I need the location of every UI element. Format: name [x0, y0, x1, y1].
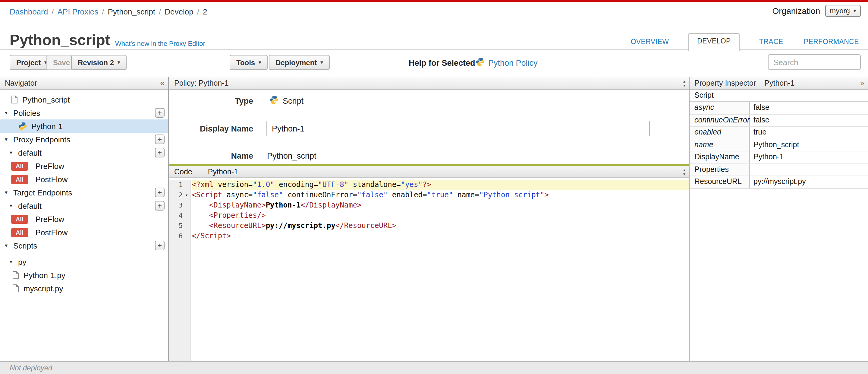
page-title: Python_script: [10, 31, 110, 49]
organization-dropdown[interactable]: myorg ▾: [825, 5, 861, 17]
code-tab[interactable]: Code: [174, 167, 192, 176]
chevron-down-icon: ▾: [320, 60, 323, 65]
tools-menu-button[interactable]: Tools ▾: [230, 55, 268, 70]
chevron-down-icon[interactable]: ▾: [5, 110, 13, 116]
search-input[interactable]: [768, 54, 861, 70]
property-name: Properties: [689, 164, 750, 176]
flow-condition-badge: All: [11, 175, 28, 184]
tab-overview[interactable]: OVERVIEW: [629, 34, 670, 51]
add-button[interactable]: +: [155, 188, 164, 197]
project-menu-label: Project: [16, 58, 41, 67]
tree-item-proxy-endpoints[interactable]: ▾Proxy Endpoints+: [0, 133, 168, 146]
whats-new-link[interactable]: What's new in the Proxy Editor: [115, 40, 205, 47]
tab-performance[interactable]: PERFORMANCE: [803, 34, 860, 51]
code-line-6[interactable]: </Script>: [192, 231, 689, 241]
tree-item-label: default: [18, 201, 41, 210]
tree-item-preflow[interactable]: AllPreFlow: [0, 159, 168, 173]
code-lines: <?xml version="1.0" encoding="UTF-8" sta…: [192, 180, 689, 241]
tree-item-label: default: [18, 148, 41, 157]
property-name: DisplayName: [689, 151, 750, 163]
navigator-header: Navigator «: [0, 77, 168, 90]
add-button[interactable]: +: [155, 108, 164, 118]
code-line-3[interactable]: <DisplayName>Python-1</DisplayName>: [192, 200, 689, 210]
inspector-row-name: namePython_script: [689, 139, 868, 151]
breadcrumb-item-dashboard[interactable]: Dashboard: [10, 7, 48, 16]
chevron-down-icon[interactable]: ▾: [5, 136, 13, 142]
chevron-down-icon: ▾: [854, 8, 856, 13]
code-line-4[interactable]: <Properties/>: [192, 210, 689, 221]
deployment-menu-label: Deployment: [276, 58, 317, 67]
policy-type-value: Script: [270, 95, 304, 106]
code-gutter: 12▾3456: [169, 180, 191, 361]
property-value: false: [750, 102, 868, 114]
tree-item-label: PostFlow: [36, 228, 68, 237]
code-editor[interactable]: 12▾3456 <?xml version="1.0" encoding="UT…: [169, 180, 689, 361]
tree-item-py[interactable]: ▾py: [0, 255, 168, 268]
tab-trace[interactable]: TRACE: [758, 34, 784, 51]
line-number: 6: [169, 232, 183, 240]
policy-panel-title: Policy: Python-1: [174, 79, 229, 87]
main-workspace: Navigator « Python_script▾Policies+Pytho…: [0, 77, 868, 361]
chevron-down-icon[interactable]: ▾: [10, 150, 18, 155]
breadcrumb-separator: /: [197, 7, 199, 16]
tree-item-python-1.py[interactable]: Python-1.py: [0, 268, 168, 282]
breadcrumb: Dashboard/API Proxies/Python_script/Deve…: [10, 7, 207, 16]
tree-item-preflow[interactable]: AllPreFlow: [0, 212, 168, 226]
policy-editor-panel: Policy: Python-1 ▴▾ Type Script Display …: [169, 77, 689, 361]
collapse-right-icon[interactable]: »: [860, 77, 864, 89]
tree-item-label: Policies: [13, 108, 40, 117]
chevron-down-icon: ▾: [258, 60, 261, 65]
property-value: false: [750, 114, 868, 126]
property-name: enabled: [689, 127, 750, 139]
tree-item-label: PreFlow: [36, 161, 64, 170]
python-icon: [475, 57, 485, 68]
chevron-down-icon[interactable]: ▾: [5, 190, 13, 196]
tree-item-label: Python-1: [31, 121, 63, 131]
property-name: continueOnError: [689, 114, 750, 126]
tree-item-postflow[interactable]: AllPostFlow: [0, 173, 168, 186]
tree-item-python-1[interactable]: Python-1: [0, 119, 168, 133]
help-for-selected-label: Help for Selected: [409, 59, 475, 67]
add-button[interactable]: +: [155, 241, 164, 250]
inspector-row-displayname: DisplayNamePython-1: [689, 151, 868, 164]
code-line-5[interactable]: <ResourceURL>py://myscript.py</ResourceU…: [192, 221, 689, 231]
breadcrumb-item-api-proxies[interactable]: API Proxies: [57, 7, 98, 16]
tree-item-scripts[interactable]: ▾Scripts+: [0, 239, 168, 252]
collapse-code-icon[interactable]: ▴▾: [683, 168, 685, 176]
deployment-menu-button[interactable]: Deployment ▾: [269, 55, 330, 70]
chevron-down-icon[interactable]: ▾: [10, 259, 18, 265]
flow-condition-badge: All: [11, 214, 28, 224]
tab-develop[interactable]: DEVELOP: [688, 33, 740, 51]
type-label: Type: [169, 96, 253, 106]
breadcrumb-item-python-script: Python_script: [108, 7, 156, 16]
tree-item-label: Target Endpoints: [13, 188, 72, 197]
chevron-down-icon[interactable]: ▾: [5, 242, 13, 249]
type-value-text: Script: [283, 96, 304, 105]
add-button[interactable]: +: [155, 148, 164, 157]
code-line-1[interactable]: <?xml version="1.0" encoding="UTF-8" sta…: [192, 180, 689, 190]
save-button-label: Save: [53, 58, 70, 67]
display-name-input[interactable]: [267, 121, 650, 136]
python-policy-help-link[interactable]: Python Policy: [475, 57, 538, 68]
add-button[interactable]: +: [155, 135, 164, 144]
revision-menu-button[interactable]: Revision 2 ▾: [71, 55, 127, 70]
tree-item-policies[interactable]: ▾Policies+: [0, 106, 168, 119]
tree-item-target-endpoints[interactable]: ▾Target Endpoints+: [0, 186, 168, 199]
chevron-down-icon[interactable]: ▾: [10, 203, 18, 209]
breadcrumb-separator: /: [102, 7, 104, 16]
fold-arrow-icon[interactable]: ▾: [183, 193, 190, 198]
code-header: Code Python-1 ▴▾: [169, 166, 689, 178]
add-button[interactable]: +: [155, 201, 164, 210]
tree-item-default[interactable]: ▾default+: [0, 146, 168, 159]
inspector-section-header: Script: [689, 90, 868, 102]
tree-item-python-script[interactable]: Python_script: [0, 93, 168, 106]
tree-item-postflow[interactable]: AllPostFlow: [0, 226, 168, 239]
collapse-panel-icon[interactable]: ▴▾: [683, 79, 685, 87]
tree-item-label: PostFlow: [36, 175, 68, 184]
inspector-row-enabled: enabledtrue: [689, 127, 868, 139]
collapse-left-icon[interactable]: «: [160, 77, 164, 89]
tree-item-default[interactable]: ▾default+: [0, 199, 168, 212]
top-accent-bar: [0, 0, 868, 2]
code-line-2[interactable]: <Script async="false" continueOnError="f…: [192, 190, 689, 200]
tree-item-myscript.py[interactable]: myscript.py: [0, 282, 168, 295]
